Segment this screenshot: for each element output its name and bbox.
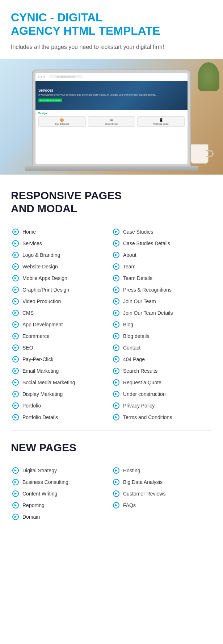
page-item-right-3[interactable]: ▶ Team <box>112 261 212 272</box>
chevron-icon: ▶ <box>12 391 19 397</box>
screen-card-2: 🖥 Website Design <box>88 116 135 127</box>
card1-label: Logo & Branding <box>40 123 84 125</box>
page-item-left-13[interactable]: ▶ Social Media Marketing <box>11 377 112 388</box>
pages-left-col: ▶ Home ▶ Services ▶ Logo & Branding ▶ We… <box>11 226 112 423</box>
chevron-icon: ▶ <box>113 240 119 247</box>
pages-list: ▶ Home ▶ Services ▶ Logo & Branding ▶ We… <box>11 226 212 423</box>
chevron-icon: ▶ <box>113 344 119 351</box>
page-label: Join Our Team <box>123 298 156 304</box>
page-item-right-12[interactable]: ▶ Search Results <box>112 365 212 377</box>
responsive-pages-title: RESPONSIVE PAGES AND MODAL <box>11 189 212 215</box>
page-item-right-13[interactable]: ▶ Request a Quote <box>112 377 212 388</box>
page-label: Case Studies <box>123 229 153 235</box>
chevron-icon: ▶ <box>12 479 19 485</box>
page-item-left-1[interactable]: ▶ Services <box>11 238 112 249</box>
nav-dot-1 <box>38 76 39 78</box>
page-item-left-0[interactable]: ▶ Home <box>11 226 112 238</box>
chevron-icon: ▶ <box>12 240 19 247</box>
page-item-right-2[interactable]: ▶ About <box>112 249 212 261</box>
page-item-left-6[interactable]: ▶ Video Production <box>11 296 112 307</box>
screen-header-bar: www.digitalagency.com <box>35 73 188 81</box>
chevron-icon: ▶ <box>12 356 19 363</box>
page-item-left-15[interactable]: ▶ Portfolio <box>11 400 112 411</box>
chevron-icon: ▶ <box>12 467 19 474</box>
page-item-right-16[interactable]: ▶ Terms and Conditions <box>112 411 212 423</box>
page-item-left-10[interactable]: ▶ SEO <box>11 342 112 354</box>
page-item-left-5[interactable]: ▶ Graphic/Print Design <box>11 284 112 296</box>
pages-title-line1: RESPONSIVE PAGES <box>11 189 122 201</box>
new-page-item-left-1[interactable]: ▶ Business Consulting <box>11 476 112 488</box>
new-page-item-left-4[interactable]: ▶ Domain <box>11 511 112 523</box>
screen-hero: Services If you want to grow your compan… <box>35 81 188 110</box>
page-item-right-14[interactable]: ▶ Under construction <box>112 388 212 400</box>
page-item-right-7[interactable]: ▶ Join Our Team Details <box>112 307 212 319</box>
page-item-left-7[interactable]: ▶ CMS <box>11 307 112 319</box>
chevron-icon: ▶ <box>113 356 119 363</box>
page-label: Case Studies Details <box>123 241 170 246</box>
page-item-right-9[interactable]: ▶ Blog details <box>112 330 212 342</box>
page-item-left-4[interactable]: ▶ Mobile Apps Design <box>11 272 112 284</box>
page-label: Privacy Policy <box>123 403 155 409</box>
page-item-right-6[interactable]: ▶ Join Our Team <box>112 296 212 307</box>
chevron-icon: ▶ <box>113 333 119 339</box>
page-item-left-8[interactable]: ▶ App Development <box>11 319 112 330</box>
page-item-right-8[interactable]: ▶ Blog <box>112 319 212 330</box>
page-item-right-4[interactable]: ▶ Team Details <box>112 272 212 284</box>
page-label: Display Marketing <box>22 391 63 397</box>
page-item-right-15[interactable]: ▶ Privacy Policy <box>112 400 212 411</box>
page-item-right-5[interactable]: ▶ Press & Recognitions <box>112 284 212 296</box>
page-label: Mobile Apps Design <box>22 275 67 281</box>
page-item-right-1[interactable]: ▶ Case Studies Details <box>112 238 212 249</box>
page-label: Request a Quote <box>123 380 161 385</box>
chevron-icon: ▶ <box>113 298 119 305</box>
page-label: Graphic/Print Design <box>22 287 69 293</box>
new-page-item-right-1[interactable]: ▶ Big Data Analysis <box>112 476 212 488</box>
page-label: Pay-Per-Click <box>22 356 54 362</box>
page-item-left-11[interactable]: ▶ Pay-Per-Click <box>11 354 112 365</box>
chevron-icon: ▶ <box>113 479 119 485</box>
new-page-item-left-3[interactable]: ▶ Reporting <box>11 499 112 511</box>
page-item-right-11[interactable]: ▶ 404 Page <box>112 354 212 365</box>
new-page-item-left-0[interactable]: ▶ Digital Strategy <box>11 465 112 476</box>
chevron-icon: ▶ <box>113 287 119 293</box>
chevron-icon: ▶ <box>113 229 119 235</box>
new-page-item-left-2[interactable]: ▶ Content Writing <box>11 488 112 499</box>
laptop-mockup: www.digitalagency.com Services If you wa… <box>25 62 198 171</box>
page-label: Social Media Marketing <box>22 380 75 385</box>
laptop-body: www.digitalagency.com Services If you wa… <box>32 70 191 167</box>
page-item-right-10[interactable]: ▶ Contact <box>112 342 212 354</box>
new-page-item-right-3[interactable]: ▶ FAQs <box>112 499 212 511</box>
card2-icon: 🖥 <box>90 118 134 122</box>
new-pages-list: ▶ Digital Strategy ▶ Business Consulting… <box>11 465 212 523</box>
new-page-label: Content Writing <box>22 491 57 497</box>
new-page-label: Hosting <box>123 468 140 473</box>
bg-cup-handle-decor <box>206 150 214 157</box>
page-item-left-3[interactable]: ▶ Website Design <box>11 261 112 272</box>
chevron-icon: ▶ <box>12 310 19 316</box>
new-page-item-right-0[interactable]: ▶ Hosting <box>112 465 212 476</box>
chevron-icon: ▶ <box>113 275 119 281</box>
page-label: Ecommerce <box>22 333 50 339</box>
card3-label: Mobile App Design <box>139 123 183 125</box>
card2-label: Website Design <box>90 123 134 125</box>
page-item-left-12[interactable]: ▶ Email Marketing <box>11 365 112 377</box>
new-page-item-right-2[interactable]: ▶ Customer Reviews <box>112 488 212 499</box>
chevron-icon: ▶ <box>113 502 119 509</box>
nav-dot-3 <box>43 76 45 78</box>
chevron-icon: ▶ <box>113 263 119 270</box>
page-item-left-16[interactable]: ▶ Portfolio Details <box>11 411 112 423</box>
page-item-left-14[interactable]: ▶ Display Marketing <box>11 388 112 400</box>
chevron-icon: ▶ <box>12 287 19 293</box>
chevron-icon: ▶ <box>12 490 19 497</box>
page-label: Contact <box>123 345 140 351</box>
page-item-left-2[interactable]: ▶ Logo & Branding <box>11 249 112 261</box>
page-item-left-9[interactable]: ▶ Ecommerce <box>11 330 112 342</box>
new-page-label: FAQs <box>123 502 136 508</box>
screen-cards-row: 🎨 Logo & Branding 🖥 Website Design 📱 Mob… <box>35 115 188 128</box>
chevron-icon: ▶ <box>12 514 19 520</box>
page-label: Team Details <box>123 275 152 281</box>
chevron-icon: ▶ <box>12 414 19 421</box>
page-item-right-0[interactable]: ▶ Case Studies <box>112 226 212 238</box>
new-page-label: Big Data Analysis <box>123 479 163 485</box>
page-label: Blog <box>123 322 133 327</box>
